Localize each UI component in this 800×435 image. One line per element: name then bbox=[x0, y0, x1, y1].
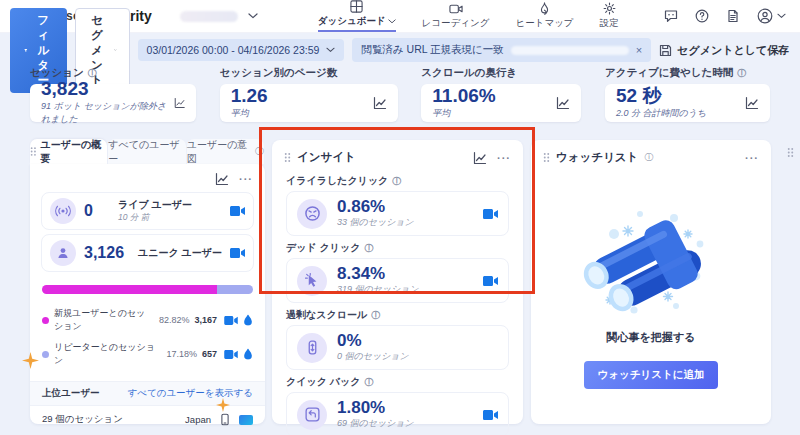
legend-count: 657 bbox=[202, 349, 217, 359]
excessive-scroll-card[interactable]: 0% 0 個のセッション bbox=[286, 325, 509, 370]
tab-user-intent[interactable]: ユーザーの意図ⓘ bbox=[187, 139, 264, 164]
heatmap-tap-icon[interactable] bbox=[243, 348, 253, 360]
drag-handle-icon[interactable] bbox=[543, 152, 550, 163]
binoculars-illustration bbox=[576, 204, 726, 324]
date-range-value: 03/01/2026 00:00 - 04/16/2026 23:59 bbox=[147, 44, 320, 56]
info-icon: ⓘ bbox=[255, 147, 264, 156]
help-icon[interactable] bbox=[695, 9, 709, 23]
topbar-actions bbox=[664, 8, 786, 24]
metric-value: 1.26 bbox=[231, 86, 268, 106]
trend-chart-icon[interactable] bbox=[745, 96, 759, 110]
dead-click-cursor-icon bbox=[297, 266, 327, 296]
tab-user-overview[interactable]: ユーザーの概要 bbox=[30, 139, 107, 164]
drag-handle-icon[interactable] bbox=[787, 147, 794, 158]
dead-clicks-sessions: 319 個のセッション bbox=[337, 283, 419, 296]
legend-label: 新規ユーザーとのセッション bbox=[54, 307, 154, 333]
more-menu-icon[interactable]: ··· bbox=[745, 152, 759, 164]
filter-bar-actions: セグメントとして保存 クリア bbox=[659, 42, 800, 58]
dashboard-grid-icon bbox=[350, 0, 363, 13]
metric-subtext: 平均 bbox=[432, 107, 495, 120]
play-recordings-camera-icon[interactable] bbox=[483, 208, 498, 220]
play-recordings-camera-icon[interactable] bbox=[230, 205, 245, 217]
settings-gear-icon bbox=[603, 2, 616, 15]
info-icon[interactable]: ⓘ bbox=[88, 69, 97, 78]
play-recordings-camera-icon[interactable] bbox=[483, 275, 498, 287]
heatmap-tap-icon[interactable] bbox=[243, 314, 253, 326]
browser-badge-icon bbox=[239, 415, 253, 425]
funnel-icon bbox=[24, 45, 28, 56]
rage-clicks-sessions: 33 個のセッション bbox=[337, 216, 414, 229]
info-icon[interactable]: ⓘ bbox=[644, 153, 653, 162]
sparkle-icon bbox=[22, 352, 39, 369]
account-menu[interactable] bbox=[757, 8, 786, 24]
live-users-label: ライブ ユーザー bbox=[118, 198, 222, 212]
feedback-icon[interactable] bbox=[664, 9, 678, 23]
release-notes-doc-icon[interactable] bbox=[726, 9, 740, 23]
live-users-value: 0 bbox=[84, 202, 104, 220]
info-icon[interactable]: ⓘ bbox=[392, 177, 401, 186]
new-users-legend-row: 新規ユーザーとのセッション 82.82% 3,167 bbox=[30, 303, 265, 337]
rage-clicks-card[interactable]: 0.86% 33 個のセッション bbox=[286, 191, 509, 236]
top-user-country: Japan bbox=[185, 414, 211, 425]
url-filter-close-icon[interactable]: × bbox=[636, 44, 642, 56]
quick-backs-card[interactable]: 1.80% 69 個のセッション bbox=[286, 392, 509, 435]
info-icon[interactable]: ⓘ bbox=[364, 378, 373, 387]
drag-handle-icon[interactable] bbox=[30, 146, 37, 157]
info-icon[interactable]: ⓘ bbox=[364, 244, 373, 253]
unique-users-value: 3,126 bbox=[84, 244, 124, 262]
mobile-device-icon bbox=[221, 413, 229, 426]
returning-users-bar-segment bbox=[217, 285, 253, 294]
segments-chevron-down-icon bbox=[114, 47, 117, 53]
nav-recordings-label: レコーディング bbox=[422, 17, 490, 30]
trend-chart-icon[interactable] bbox=[373, 96, 387, 110]
legend-percent: 82.82% bbox=[159, 315, 190, 325]
unique-users-label: ユニーク ユーザー bbox=[138, 246, 222, 260]
date-chevron-down-icon bbox=[326, 47, 335, 53]
metric-sessions: セッションⓘ 3,823 91 ボット セッションが除外されました bbox=[30, 66, 196, 122]
play-recordings-camera-icon[interactable] bbox=[483, 409, 498, 421]
info-icon[interactable]: ⓘ bbox=[737, 69, 746, 78]
nav-settings[interactable]: 設定 bbox=[600, 2, 619, 32]
save-as-segment-button[interactable]: セグメントとして保存 bbox=[659, 43, 789, 58]
users-panel-tabs: ユーザーの概要 すべてのユーザー ユーザーの意図ⓘ bbox=[30, 139, 265, 164]
quick-back-icon bbox=[297, 400, 327, 430]
project-name-redacted[interactable] bbox=[180, 11, 238, 22]
unique-users-row: 3,126 ユニーク ユーザー bbox=[41, 234, 254, 272]
dead-clicks-card[interactable]: 8.34% 319 個のセッション bbox=[286, 258, 509, 303]
metric-value: 11.06% bbox=[432, 86, 495, 106]
live-users-icon bbox=[50, 198, 76, 224]
add-to-watchlist-button[interactable]: ウォッチリストに追加 bbox=[584, 361, 719, 389]
url-filter-value-redacted bbox=[511, 46, 629, 55]
returning-users-dot bbox=[42, 351, 49, 358]
quick-backs-value: 1.80% bbox=[337, 399, 414, 417]
trend-chart-icon[interactable] bbox=[215, 172, 229, 186]
watchlist-empty-state: 関心事を把握する ウォッチリストに追加 bbox=[531, 169, 771, 424]
metric-subtext: 平均 bbox=[231, 107, 268, 120]
nav-heatmaps[interactable]: ヒートマップ bbox=[515, 2, 573, 32]
tab-all-users[interactable]: すべてのユーザー bbox=[108, 139, 185, 164]
show-all-users-link[interactable]: すべてのユーザーを表示する bbox=[127, 387, 253, 400]
drag-handle-icon[interactable] bbox=[284, 152, 291, 163]
live-users-subtext: 10 分 前 bbox=[118, 212, 222, 224]
sparkle-icon bbox=[216, 398, 230, 412]
unique-users-icon bbox=[50, 240, 76, 266]
trend-chart-icon[interactable] bbox=[174, 96, 185, 110]
trend-chart-icon[interactable] bbox=[473, 151, 487, 165]
metric-label: アクティブに費やした時間 bbox=[605, 66, 733, 80]
play-recordings-camera-icon[interactable] bbox=[224, 315, 238, 326]
url-filter-chip[interactable]: 閲覧済み URL 正規表現に一致 × bbox=[352, 38, 651, 62]
metric-scroll-depth: スクロールの奥行き 11.06% 平均 bbox=[421, 66, 581, 122]
watchlist-panel: ウォッチリスト ⓘ ··· bbox=[531, 140, 771, 424]
play-recordings-camera-icon[interactable] bbox=[230, 247, 245, 259]
more-menu-icon[interactable]: ··· bbox=[497, 152, 511, 164]
account-avatar-icon bbox=[757, 8, 773, 24]
play-recordings-camera-icon[interactable] bbox=[224, 349, 238, 360]
date-range-chip[interactable]: 03/01/2026 00:00 - 04/16/2026 23:59 bbox=[138, 39, 345, 61]
trend-chart-icon[interactable] bbox=[556, 96, 570, 110]
project-chevron-down-icon[interactable] bbox=[248, 13, 258, 19]
top-user-sessions: 29 個のセッション bbox=[42, 413, 175, 426]
more-menu-icon[interactable]: ··· bbox=[239, 173, 253, 185]
info-icon[interactable]: ⓘ bbox=[371, 311, 380, 320]
nav-recordings[interactable]: レコーディング bbox=[422, 3, 490, 32]
nav-dashboard[interactable]: ダッシュボード bbox=[318, 0, 396, 32]
